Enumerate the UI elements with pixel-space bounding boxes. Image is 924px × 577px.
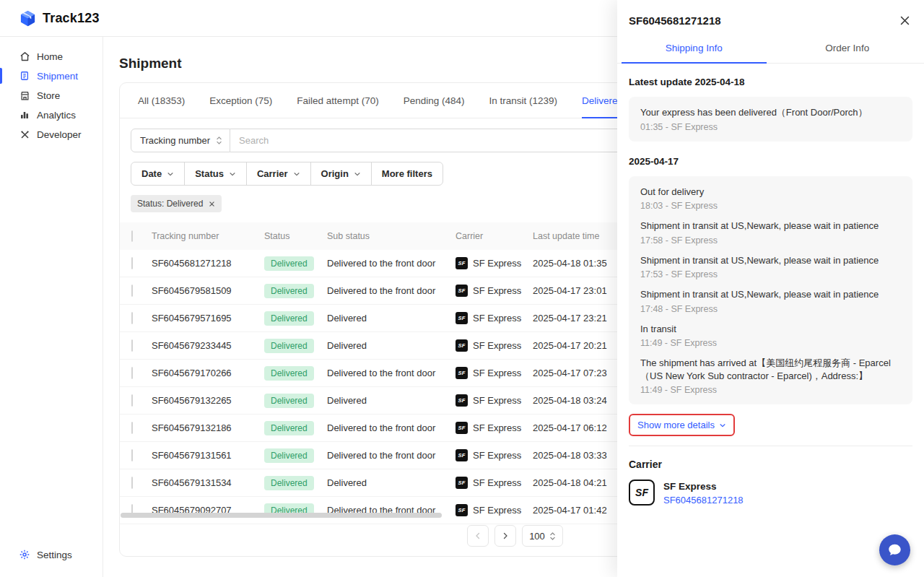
show-more-details-link[interactable]: Show more details (637, 420, 726, 430)
status-badge: Delivered (264, 339, 314, 353)
sub-status-cell: Delivered (327, 477, 456, 488)
carrier-cell: SF SF Express (456, 422, 533, 434)
tab-all-18353[interactable]: All (18353) (126, 83, 197, 118)
sidebar: Home Shipment Store Analytics Developer … (0, 37, 103, 577)
sub-status-cell: Delivered (327, 395, 456, 406)
carrier-tracking-link[interactable]: SF6045681271218 (663, 495, 744, 506)
latest-update-heading: Latest update 2025-04-18 (629, 77, 912, 87)
tab-exception-75[interactable]: Exception (75) (197, 83, 284, 118)
sf-express-icon: SF (456, 449, 468, 461)
select-all-checkbox[interactable] (131, 230, 133, 242)
store-icon (19, 90, 30, 101)
status-cell: Delivered (264, 448, 327, 463)
tracking-event: Your express has been delivered（Front Do… (640, 106, 901, 132)
analytics-icon (19, 109, 30, 121)
sub-status-cell: Delivered to the front door (327, 285, 456, 296)
carrier-name: SF Express (663, 481, 744, 492)
tracking-event: Shipment in transit at US,Newark, please… (640, 220, 901, 246)
sidebar-item-store[interactable]: Store (0, 86, 103, 105)
tracking-number-cell: SF6045681271218 (152, 258, 264, 269)
status-badge: Delivered (264, 256, 314, 271)
home-icon (19, 51, 30, 62)
row-checkbox[interactable] (131, 367, 133, 379)
sub-status-cell: Delivered to the front door (327, 422, 456, 433)
sf-express-icon: SF (456, 339, 468, 352)
row-checkbox[interactable] (131, 449, 133, 461)
status-badge: Delivered (264, 394, 314, 408)
tab-shipping-info[interactable]: Shipping Info (617, 36, 771, 63)
events-box: Out for delivery 18:03 - SF Express Ship… (629, 176, 912, 405)
chat-launcher-button[interactable] (879, 534, 910, 565)
status-badge: Delivered (264, 448, 314, 463)
carrier-cell: SF SF Express (456, 367, 533, 379)
row-checkbox[interactable] (131, 477, 133, 489)
tab-failed-attempt-70[interactable]: Failed attempt (70) (284, 83, 391, 118)
divider (629, 446, 912, 446)
chevron-down-icon (354, 170, 361, 178)
tab-in-transit-1239[interactable]: In transit (1239) (476, 83, 570, 118)
tracking-number-cell: SF6045679233445 (152, 340, 264, 351)
sidebar-nav: Home Shipment Store Analytics Developer (0, 47, 103, 144)
sf-express-icon: SF (456, 422, 468, 434)
row-checkbox[interactable] (131, 339, 133, 352)
filter-more-filters-button[interactable]: More filters (371, 162, 443, 186)
track123-logo[interactable]: Track123 (19, 9, 100, 27)
sidebar-item-home[interactable]: Home (0, 47, 103, 66)
sub-status-cell: Delivered to the front door (327, 258, 456, 269)
close-icon[interactable] (209, 201, 215, 207)
chevron-down-icon (293, 170, 300, 178)
sf-express-icon: SF (456, 394, 468, 407)
panel-body: Latest update 2025-04-18 Your express ha… (617, 64, 924, 577)
sidebar-item-shipment[interactable]: Shipment (0, 66, 103, 85)
status-cell: Delivered (264, 256, 327, 271)
tab-pending-484[interactable]: Pending (484) (391, 83, 477, 118)
tracking-number-cell: SF6045679132265 (152, 395, 264, 406)
row-checkbox[interactable] (131, 312, 133, 324)
col-tracking-number: Tracking number (152, 231, 264, 241)
filter-carrier-button[interactable]: Carrier (246, 162, 311, 186)
previous-page-button[interactable] (467, 525, 489, 547)
tracking-number-cell: SF6045679132186 (152, 422, 264, 433)
filter-origin-button[interactable]: Origin (310, 162, 372, 186)
page-size-select[interactable]: 100 (522, 525, 563, 547)
tracking-number-cell: SF6045679170266 (152, 368, 264, 378)
panel-title: SF6045681271218 (629, 14, 721, 27)
carrier-cell: SF SF Express (456, 394, 533, 407)
shipment-icon (19, 70, 30, 82)
carrier-cell: SF SF Express (456, 477, 533, 489)
row-checkbox[interactable] (131, 257, 133, 269)
panel-tabs: Shipping Info Order Info (617, 36, 924, 64)
horizontal-scrollbar-thumb[interactable] (121, 513, 442, 518)
tracking-number-cell: SF6045679131534 (152, 477, 264, 488)
status-badge: Delivered (264, 311, 314, 326)
search-category-select[interactable]: Tracking number (131, 129, 230, 152)
panel-header: SF6045681271218 (617, 0, 924, 36)
row-checkbox[interactable] (131, 394, 133, 407)
chat-bubble-icon (887, 542, 902, 558)
close-icon[interactable] (899, 14, 911, 27)
filter-date-button[interactable]: Date (131, 162, 185, 186)
sf-express-icon: SF (456, 367, 468, 379)
row-checkbox[interactable] (131, 422, 133, 434)
sf-express-icon: SF (456, 257, 468, 269)
sidebar-item-analytics[interactable]: Analytics (0, 105, 103, 124)
tracking-number-cell: SF6045679131561 (152, 450, 264, 461)
carrier-row: SF SF Express SF6045681271218 (629, 480, 912, 506)
tab-order-info[interactable]: Order Info (771, 36, 924, 63)
sidebar-item-settings[interactable]: Settings (0, 545, 103, 564)
row-checkbox[interactable] (131, 285, 133, 297)
chevron-down-icon (719, 422, 726, 429)
tracking-number-cell: SF6045679571695 (152, 313, 264, 324)
next-page-button[interactable] (494, 525, 516, 547)
updown-icon (549, 532, 556, 541)
tracking-number-cell: SF6045679581509 (152, 285, 264, 296)
status-cell: Delivered (264, 366, 327, 381)
gear-icon (19, 549, 30, 560)
status-cell: Delivered (264, 311, 327, 326)
sidebar-item-developer[interactable]: Developer (0, 125, 103, 144)
carrier-cell: SF SF Express (456, 285, 533, 297)
brand-name: Track123 (43, 11, 100, 26)
filter-chip-status-delivered[interactable]: Status: Delivered (131, 195, 222, 212)
tracking-event: Shipment in transit at US,Newark, please… (640, 254, 901, 280)
filter-status-button[interactable]: Status (184, 162, 247, 186)
